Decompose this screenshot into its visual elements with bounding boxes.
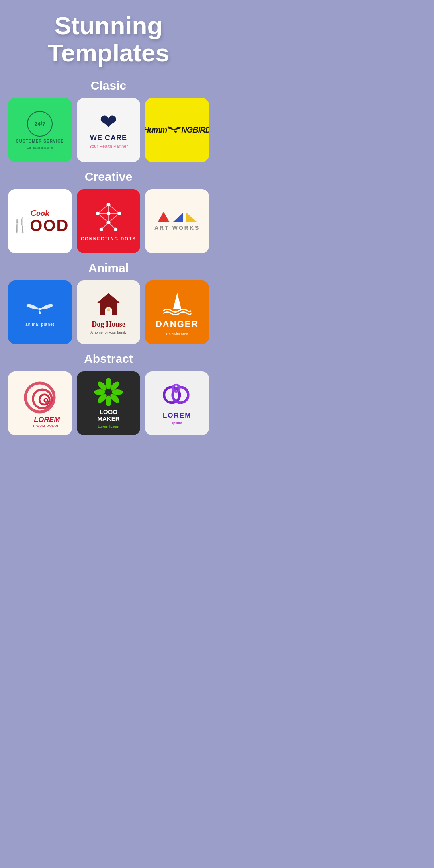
- section-animal: Animal: [8, 261, 209, 275]
- svg-point-37: [105, 389, 112, 396]
- lorem1-subtitle: IPSUM DOLOR: [33, 424, 60, 428]
- svg-point-14: [117, 212, 121, 215]
- svg-point-29: [106, 378, 111, 389]
- svg-point-11: [107, 203, 111, 207]
- ngbird-text: NGBIRD: [181, 125, 209, 135]
- card-danger[interactable]: DANGER No swim area: [145, 280, 209, 344]
- food-text: OOD: [30, 217, 69, 233]
- doghouse-subtitle: A home for your family: [90, 330, 127, 334]
- svg-point-35: [94, 389, 105, 395]
- animal-grid: animal planet Dog House A home for your …: [8, 280, 209, 344]
- doghouse-title: Dog House: [92, 320, 125, 329]
- logomaker-title: LOGO MAKER: [97, 409, 119, 422]
- doghouse-icon: [94, 291, 123, 319]
- heart-icon: ❤: [100, 111, 117, 132]
- fork-left-icon: 🍴: [11, 218, 29, 233]
- svg-point-24: [107, 308, 110, 311]
- card-hummingbird[interactable]: Humm NGBIRD: [145, 98, 209, 162]
- artworks-label: ART WORKS: [154, 225, 200, 231]
- svg-marker-18: [158, 212, 170, 222]
- svg-point-33: [106, 395, 111, 406]
- card-artworks[interactable]: ART WORKS: [145, 189, 209, 253]
- page-title: Stunning Templates: [8, 12, 209, 67]
- clock-247-text: 24/7: [35, 121, 45, 127]
- svg-point-31: [112, 389, 123, 395]
- card-customer-service[interactable]: 24/7 CUSTOMER SERVICE Call us at any tim…: [8, 98, 72, 162]
- lorem2-subtitle: Ipsum: [172, 421, 182, 425]
- svg-point-15: [107, 221, 111, 224]
- svg-point-21: [39, 308, 41, 310]
- lorem2-title: LOREM: [163, 411, 191, 420]
- connecting-title: CONNECTING DOTS: [81, 236, 136, 241]
- wecare-subtitle: Your Health Partner: [89, 144, 128, 149]
- clock-text: 24/7: [35, 121, 45, 127]
- svg-line-6: [108, 213, 119, 222]
- animal-bird-icon: [26, 298, 54, 320]
- abstract-grid: LOREM IPSUM DOLOR LOGO MAKER Lorem Ipsum: [8, 371, 209, 435]
- flower-icon: [94, 378, 123, 406]
- svg-point-28: [44, 398, 48, 402]
- card-wecare[interactable]: ❤ WE CARE Your Health Partner: [77, 98, 141, 162]
- wecare-title: WE CARE: [90, 134, 127, 142]
- connecting-dots-icon: [90, 201, 127, 233]
- svg-marker-20: [186, 213, 197, 222]
- card-cookfood[interactable]: Cook 🍴 OOD: [8, 189, 72, 253]
- svg-line-1: [98, 205, 108, 213]
- clock-circle-icon: 24/7: [27, 111, 53, 137]
- animalplanet-label: animal planet: [25, 322, 54, 327]
- danger-title: DANGER: [156, 319, 199, 330]
- humm-text: Humm: [145, 125, 167, 135]
- card-connecting-dots[interactable]: CONNECTING DOTS: [77, 189, 141, 253]
- svg-marker-22: [97, 293, 120, 303]
- customer-subtitle: Call us at any time: [27, 146, 53, 149]
- card-lorem-spiral[interactable]: LOREM IPSUM DOLOR: [8, 371, 72, 435]
- classic-grid: 24/7 CUSTOMER SERVICE Call us at any tim…: [8, 98, 209, 162]
- customer-title: CUSTOMER SERVICE: [16, 139, 64, 143]
- card-doghouse[interactable]: Dog House A home for your family: [77, 280, 141, 344]
- section-classic: Clasic: [8, 79, 209, 92]
- shark-icon: [161, 289, 193, 317]
- cook-text: Cook: [30, 209, 49, 217]
- svg-line-4: [98, 213, 108, 222]
- card-lorem-rings[interactable]: LOREM Ipsum: [145, 371, 209, 435]
- svg-line-3: [108, 205, 119, 213]
- lorem1-title: LOREM: [34, 416, 60, 424]
- creative-grid: Cook 🍴 OOD: [8, 189, 209, 253]
- svg-point-12: [96, 212, 100, 215]
- card-logomaker[interactable]: LOGO MAKER Lorem Ipsum: [77, 371, 141, 435]
- danger-subtitle: No swim area: [166, 332, 188, 336]
- svg-point-17: [114, 228, 117, 231]
- hummingbird-icon: [167, 125, 181, 136]
- rings-icon: [161, 382, 193, 410]
- svg-point-16: [100, 228, 103, 231]
- logomaker-subtitle: Lorem Ipsum: [98, 424, 119, 428]
- section-abstract: Abstract: [8, 352, 209, 366]
- spiral-icon: [20, 379, 60, 416]
- section-creative: Creative: [8, 170, 209, 184]
- svg-point-13: [107, 212, 111, 215]
- aw-triangles-icon: [157, 211, 198, 223]
- svg-marker-19: [173, 213, 183, 222]
- svg-point-0: [174, 129, 176, 130]
- card-animal-planet[interactable]: animal planet: [8, 280, 72, 344]
